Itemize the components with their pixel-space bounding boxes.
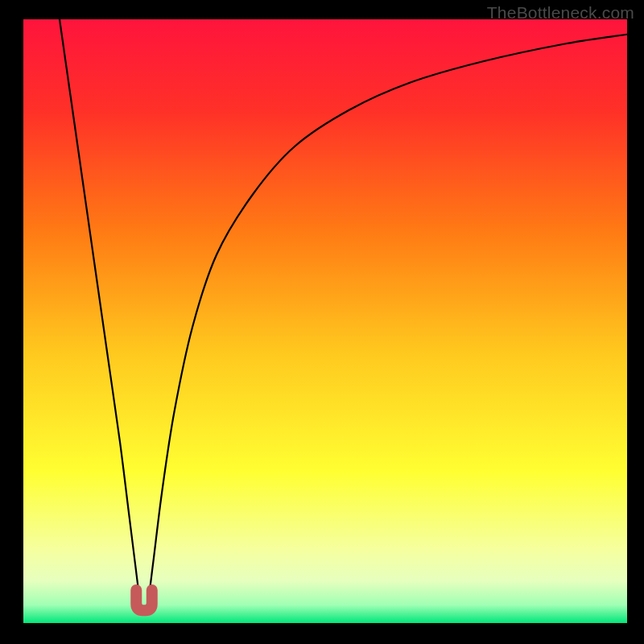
chart-frame: TheBottleneck.com — [0, 0, 644, 644]
gradient-background — [23, 19, 627, 623]
plot-area — [23, 19, 627, 623]
watermark-text: TheBottleneck.com — [487, 3, 634, 23]
plot-svg — [23, 19, 627, 623]
